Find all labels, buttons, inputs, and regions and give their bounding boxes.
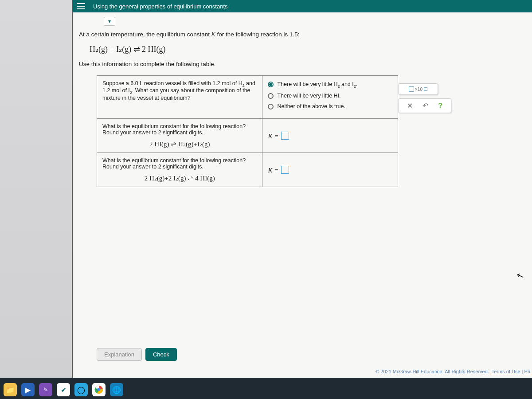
q1-text-a: Suppose a 6.0 L reaction vessel is fille…: [102, 80, 243, 86]
check-icon[interactable]: ✔: [57, 383, 70, 396]
explanation-button[interactable]: Explanation: [97, 348, 142, 361]
files-icon[interactable]: 📁: [4, 383, 17, 396]
option-1[interactable]: There will be very little H2 and I2.: [268, 81, 392, 89]
k-label-2: K =: [268, 167, 278, 174]
problem-statement: At a certain temperature, the equilibriu…: [79, 30, 526, 69]
title-bar: Using the general properties of equilibr…: [73, 0, 532, 12]
q2-equation: 2 HI(g) ⇌ H₂(g)+I₂(g): [102, 140, 257, 148]
chevron-down-icon: ▾: [108, 18, 111, 24]
toolbox: ×10 ✕ ↶ ?: [398, 83, 451, 113]
table-row: Suppose a 6.0 L reaction vessel is fille…: [97, 75, 398, 119]
sci-notation-button[interactable]: ×10: [398, 83, 438, 95]
k-input-2[interactable]: [281, 166, 289, 174]
q2-prompt: What is the equilibrium constant for the…: [102, 123, 257, 136]
undo-button[interactable]: ↶: [422, 102, 428, 110]
x10-label: ×10: [415, 87, 422, 92]
k-label-1: K =: [268, 133, 278, 140]
play-icon[interactable]: ▶: [21, 383, 35, 396]
page-title: Using the general properties of equilibr…: [93, 3, 228, 10]
intro-text-a: At a certain temperature, the equilibriu…: [79, 31, 211, 38]
table-row: What is the equilibrium constant for the…: [97, 153, 398, 187]
radio-icon: [268, 93, 274, 99]
opt1-c: .: [356, 81, 357, 87]
collapse-button[interactable]: ▾: [104, 17, 115, 26]
option-2[interactable]: There will be very little HI.: [268, 93, 392, 99]
copyright-text: © 2021 McGraw-Hill Education. All Rights…: [376, 369, 489, 374]
opt2-label: There will be very little HI.: [277, 93, 340, 99]
radio-selected-icon: [268, 82, 274, 87]
instruction: Use this information to complete the fol…: [79, 60, 526, 69]
copyright: © 2021 McGraw-Hill Education. All Rights…: [376, 369, 530, 374]
square-icon: [424, 87, 427, 91]
q3-equation: 2 H₂(g)+2 I₂(g) ⇌ 4 HI(g): [102, 174, 257, 182]
chrome-icon[interactable]: [92, 383, 106, 396]
edge-icon[interactable]: 🌐: [110, 383, 123, 396]
taskbar: 📁 ▶ ✎ ✔ ◯ 🌐: [4, 383, 123, 396]
clear-button[interactable]: ✕: [407, 102, 413, 110]
opt1-b: and I: [340, 81, 353, 87]
radio-icon: [268, 104, 274, 110]
table-row: What is the equilibrium constant for the…: [97, 119, 398, 153]
question-table: Suppose a 6.0 L reaction vessel is fille…: [97, 75, 398, 188]
main-equation: H₂(g) + I₂(g) ⇌ 2 HI(g): [90, 43, 526, 55]
intro-text-b: for the following reaction is: [215, 31, 289, 38]
k-input-1[interactable]: [281, 132, 289, 140]
k-value: 1.5: [289, 31, 298, 38]
q3-prompt: What is the equilibrium constant for the…: [102, 157, 257, 170]
opt3-label: Neither of the above is true.: [277, 103, 345, 110]
option-3[interactable]: Neither of the above is true.: [268, 103, 392, 110]
opt1-a: There will be very little H: [277, 81, 337, 87]
terms-link[interactable]: Terms of Use: [492, 369, 520, 374]
privacy-link[interactable]: Pri: [524, 369, 530, 374]
help-button[interactable]: ?: [438, 102, 442, 110]
menu-icon[interactable]: [77, 3, 85, 9]
circle-icon[interactable]: ◯: [74, 383, 88, 396]
check-button[interactable]: Check: [145, 348, 177, 361]
square-icon: [409, 86, 414, 92]
app-icon[interactable]: ✎: [39, 383, 52, 396]
